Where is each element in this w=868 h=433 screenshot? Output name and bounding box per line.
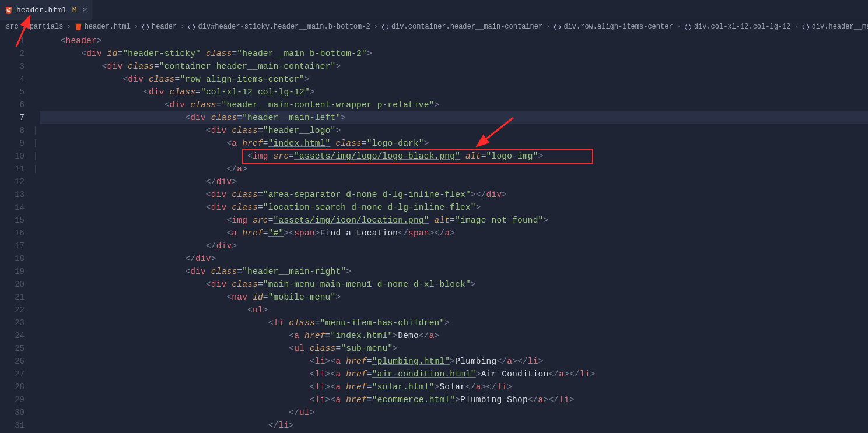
breadcrumb-label: div.header__main-content-wrapper.p-relat…: [812, 23, 868, 31]
line-number: 3: [0, 60, 24, 73]
code-line[interactable]: <header>: [40, 34, 868, 47]
tab-modified-indicator: M: [72, 6, 77, 15]
breadcrumb-separator-icon: ›: [180, 23, 184, 31]
tag-icon: [554, 23, 561, 31]
breadcrumb-label: div#header-sticky.header__main.b-bottom-…: [198, 23, 370, 31]
line-number: 20: [0, 278, 24, 291]
line-number: 11: [0, 163, 24, 175]
code-line[interactable]: <li><a href="air-condition.html">Air Con…: [40, 368, 868, 381]
breadcrumb-label: header: [152, 23, 177, 31]
line-number: 27: [0, 368, 24, 381]
line-number: 13: [0, 188, 24, 201]
line-number: 7: [0, 111, 24, 124]
line-number: 30: [0, 406, 24, 419]
code-line[interactable]: <div class="header__main-left">: [40, 111, 868, 124]
code-line[interactable]: <img src="assets/img/icon/location.png" …: [40, 214, 868, 227]
tag-icon: [802, 23, 810, 31]
code-line[interactable]: <div class="header__main-content-wrapper…: [40, 98, 868, 111]
breadcrumb-item[interactable]: div#header-sticky.header__main.b-bottom-…: [188, 23, 370, 31]
line-number: 24: [0, 329, 24, 342]
line-number: 6: [0, 98, 24, 111]
fold-indicator-bar: [35, 33, 40, 433]
breadcrumb-separator-icon: ›: [546, 23, 550, 31]
code-line[interactable]: <a href="index.html">Demo</a>: [40, 329, 868, 342]
line-number: 21: [0, 291, 24, 304]
line-number: 16: [0, 227, 24, 240]
breadcrumb-item[interactable]: partials: [30, 23, 64, 31]
code-line[interactable]: </a>: [40, 163, 868, 175]
line-number: 10: [0, 150, 24, 163]
line-number: 28: [0, 381, 24, 393]
breadcrumb-label: div.col-xl-12.col-lg-12: [694, 23, 791, 31]
tag-icon: [684, 23, 692, 31]
code-line[interactable]: <div class="main-menu main-menu1 d-none …: [40, 278, 868, 291]
code-line[interactable]: </div>: [40, 175, 868, 188]
code-line[interactable]: <div class="row align-items-center">: [40, 73, 868, 86]
line-number: 26: [0, 355, 24, 368]
code-line[interactable]: <li><a href="ecommerce.html">Plumbing Sh…: [40, 393, 868, 406]
code-line[interactable]: <ul>: [40, 304, 868, 316]
breadcrumb-separator-icon: ›: [794, 23, 798, 31]
code-line[interactable]: <li class="menu-item-has-children">: [40, 316, 868, 329]
code-line[interactable]: <ul class="sub-menu">: [40, 342, 868, 355]
breadcrumb-label: div.row.align-items-center: [564, 23, 673, 31]
breadcrumb-item[interactable]: src: [6, 23, 19, 31]
breadcrumb-separator-icon: ›: [66, 23, 71, 31]
code-line[interactable]: <a href="#"><span>Find a Location</span>…: [40, 227, 868, 240]
tab-header-html[interactable]: header.html M ×: [0, 0, 92, 20]
line-number: 22: [0, 304, 24, 316]
breadcrumb-item[interactable]: header: [142, 23, 177, 31]
tag-icon: [188, 23, 195, 31]
line-number: 1: [0, 34, 24, 47]
line-number: 31: [0, 419, 24, 432]
tab-filename: header.html: [16, 6, 66, 15]
line-number: 18: [0, 252, 24, 265]
code-line[interactable]: <div class="header__logo">: [40, 124, 868, 137]
code-editor[interactable]: 1234567891011121314151617181920212223242…: [0, 33, 868, 433]
breadcrumb-item[interactable]: div.container.header__main-container: [382, 23, 542, 31]
breadcrumb-separator-icon: ›: [22, 23, 26, 31]
code-line[interactable]: </li>: [40, 419, 868, 432]
breadcrumb-separator-icon: ›: [677, 23, 681, 31]
code-area[interactable]: <header> <div id="header-sticky" class="…: [40, 33, 868, 433]
code-line[interactable]: <div class="col-xl-12 col-lg-12">: [40, 86, 868, 98]
html-file-icon: [75, 23, 82, 31]
tab-close-icon[interactable]: ×: [83, 6, 88, 15]
line-number: 25: [0, 342, 24, 355]
line-number: 2: [0, 47, 24, 60]
line-number: 14: [0, 201, 24, 214]
line-number: 23: [0, 316, 24, 329]
tag-icon: [382, 23, 389, 31]
breadcrumb-item[interactable]: div.col-xl-12.col-lg-12: [684, 23, 791, 31]
code-line[interactable]: <div id="header-sticky" class="header__m…: [40, 47, 868, 60]
code-line[interactable]: </div>: [40, 240, 868, 252]
line-number: 9: [0, 137, 24, 150]
breadcrumb-label: div.container.header__main-container: [391, 23, 542, 31]
breadcrumb-label: header.html: [85, 23, 131, 31]
code-line[interactable]: <a href="index.html" class="logo-dark">: [40, 137, 868, 150]
breadcrumb-item[interactable]: div.row.align-items-center: [554, 23, 673, 31]
code-line[interactable]: <img src="assets/img/logo/logo-black.png…: [40, 150, 868, 163]
line-number: 15: [0, 214, 24, 227]
line-number: 4: [0, 73, 24, 86]
breadcrumb-label: src: [6, 23, 19, 31]
code-line[interactable]: <div class="container header__main-conta…: [40, 60, 868, 73]
breadcrumb-item[interactable]: header.html: [75, 23, 131, 31]
line-number: 29: [0, 393, 24, 406]
breadcrumb-item[interactable]: div.header__main-content-wrapper.p-relat…: [802, 23, 868, 31]
code-line[interactable]: <li><a href="solar.html">Solar</a></li>: [40, 381, 868, 393]
code-line[interactable]: </ul>: [40, 406, 868, 419]
line-number: 12: [0, 175, 24, 188]
code-line[interactable]: <div class="header__main-right">: [40, 265, 868, 278]
code-line[interactable]: <li><a href="plumbing.html">Plumbing</a>…: [40, 355, 868, 368]
line-number: 17: [0, 240, 24, 252]
tag-icon: [142, 23, 149, 31]
breadcrumb: src›partials›header.html›header›div#head…: [0, 20, 868, 33]
breadcrumb-label: partials: [30, 23, 64, 31]
code-line[interactable]: <nav id="mobile-menu">: [40, 291, 868, 304]
code-line[interactable]: <div class="location-search d-none d-lg-…: [40, 201, 868, 214]
code-line[interactable]: </div>: [40, 252, 868, 265]
breadcrumb-separator-icon: ›: [374, 23, 378, 31]
code-line[interactable]: <div class="area-separator d-none d-lg-i…: [40, 188, 868, 201]
html-file-icon: [5, 6, 13, 15]
